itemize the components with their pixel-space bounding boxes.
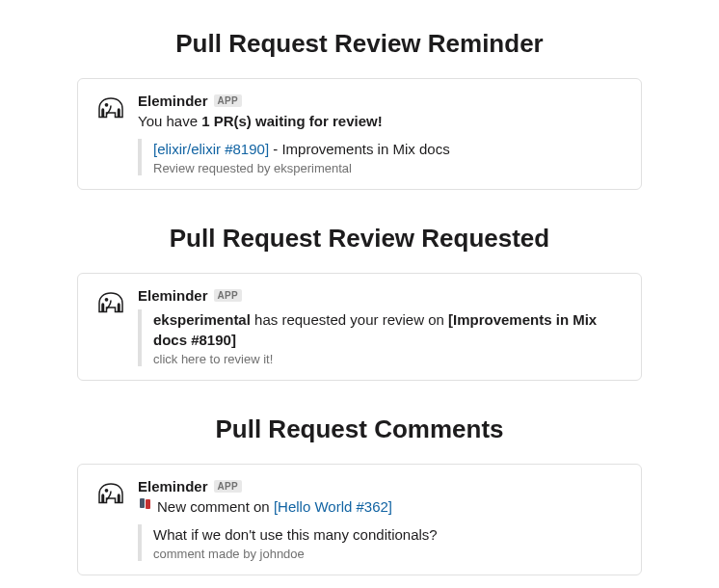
- attachment-main: [elixir/elixir #8190] - Improvements in …: [153, 139, 626, 159]
- app-badge: APP: [214, 94, 242, 107]
- app-badge: APP: [214, 480, 242, 493]
- message-header: Eleminder APP: [138, 93, 626, 109]
- svg-rect-4: [146, 499, 150, 509]
- message-attachment: What if we don't use this many condition…: [138, 524, 626, 561]
- message-card: Eleminder APP New comment on [Hello Worl…: [77, 464, 642, 575]
- app-avatar: [93, 478, 128, 513]
- message-header: Eleminder APP: [138, 478, 626, 494]
- message-attachment: eksperimental has requested your review …: [138, 309, 626, 366]
- message-body: New comment on [Hello World #362]: [138, 496, 626, 519]
- message-card: Eleminder APP You have 1 PR(s) waiting f…: [77, 78, 642, 190]
- attachment-sub[interactable]: click here to review it!: [153, 352, 626, 366]
- pr-link[interactable]: [Hello World #362]: [274, 498, 392, 515]
- pr-title: Improvements in Mix docs: [281, 141, 449, 157]
- section-title: Pull Request Review Reminder: [0, 29, 719, 59]
- elephant-icon: [93, 287, 128, 322]
- review-link-text: click here to review it!: [153, 352, 273, 366]
- app-name: Eleminder: [138, 93, 208, 109]
- svg-point-2: [105, 489, 107, 491]
- section-review-requested: Pull Request Review Requested Eleminder …: [0, 224, 719, 381]
- slack-message: Eleminder APP You have 1 PR(s) waiting f…: [93, 93, 626, 175]
- body-prefix: New comment on: [157, 498, 274, 515]
- message-body: You have 1 PR(s) waiting for review!: [138, 111, 626, 133]
- elephant-icon: [93, 478, 128, 513]
- section-review-reminder: Pull Request Review Reminder Eleminder A…: [0, 29, 719, 190]
- section-title: Pull Request Review Requested: [0, 224, 719, 254]
- message-content: Eleminder APP eksperimental has requeste…: [138, 287, 626, 366]
- svg-point-1: [105, 298, 107, 300]
- message-content: Eleminder APP You have 1 PR(s) waiting f…: [138, 93, 626, 175]
- app-name: Eleminder: [138, 478, 208, 494]
- comment-text: What if we don't use this many condition…: [153, 524, 626, 545]
- pr-link[interactable]: [elixir/elixir #8190]: [153, 141, 269, 157]
- message-card: Eleminder APP eksperimental has requeste…: [77, 273, 642, 381]
- app-avatar: [93, 287, 128, 322]
- requester-name: eksperimental: [153, 311, 251, 328]
- body-prefix: You have: [138, 113, 201, 129]
- body-bold: 1 PR(s) waiting for review!: [201, 113, 383, 129]
- message-header: Eleminder APP: [138, 287, 626, 304]
- message-content: Eleminder APP New comment on [Hello Worl…: [138, 478, 626, 561]
- app-badge: APP: [214, 289, 242, 302]
- slack-message: Eleminder APP eksperimental has requeste…: [93, 287, 626, 366]
- attachment-sub: Review requested by eksperimental: [153, 161, 626, 175]
- app-name: Eleminder: [138, 287, 208, 304]
- attachment-main: eksperimental has requested your review …: [153, 309, 626, 350]
- middle-text: has requested your review on: [251, 311, 448, 328]
- svg-point-0: [105, 104, 107, 106]
- elephant-icon: [93, 93, 128, 127]
- separator: -: [269, 141, 281, 157]
- comment-icon: [138, 496, 153, 519]
- slack-message: Eleminder APP New comment on [Hello Worl…: [93, 478, 626, 561]
- message-attachment: [elixir/elixir #8190] - Improvements in …: [138, 139, 626, 175]
- app-avatar: [93, 93, 128, 127]
- section-comments: Pull Request Comments Eleminder APP: [0, 414, 719, 575]
- section-title: Pull Request Comments: [0, 414, 719, 444]
- svg-rect-3: [140, 498, 145, 508]
- attachment-sub: comment made by johndoe: [153, 547, 626, 561]
